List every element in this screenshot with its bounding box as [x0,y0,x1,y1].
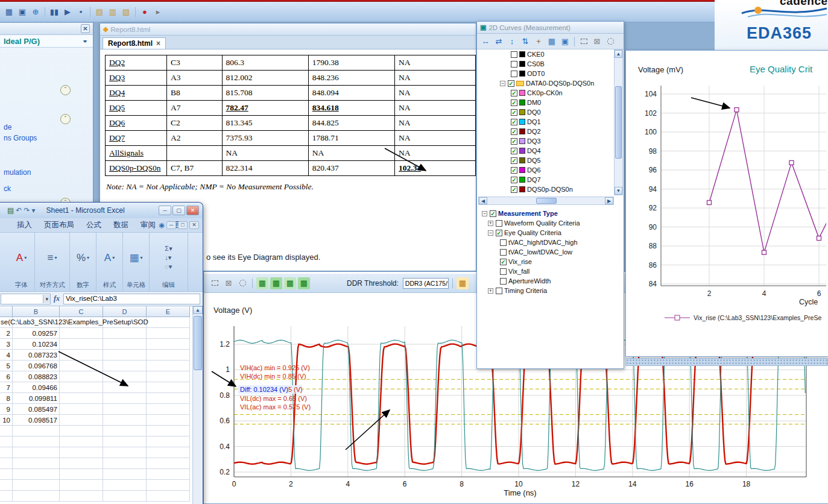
clear-selection-icon[interactable]: ⊠ [591,36,603,48]
report-cell[interactable]: DQS0p-DQS0n [106,161,167,176]
formula-input[interactable]: Vix_rise(C:\Lab3 [63,294,200,304]
cell[interactable]: 0.099811 [13,393,60,404]
cell[interactable] [103,393,147,404]
chevron-down-icon[interactable]: ▾ [54,255,57,260]
sidebar-item[interactable]: mulation [4,168,31,177]
cell[interactable]: 0.09466 [13,382,60,393]
sidebar-item[interactable]: ns Groups [4,134,37,142]
export-icon[interactable]: ▧ [120,6,132,18]
checkbox[interactable] [511,61,517,68]
tree-row-CS0B[interactable]: CS0B [478,59,613,69]
cell[interactable]: 5 [0,361,13,371]
cell[interactable] [13,480,60,491]
curves-titlebar[interactable]: ▣ 2D Curves (Measurement) [477,22,624,34]
checkbox[interactable] [500,239,507,246]
eye-mask-icon-3[interactable]: ▦ [284,277,296,289]
cell[interactable] [147,350,190,361]
checkbox[interactable]: ✓ [511,167,517,174]
checkbox[interactable]: ✓ [511,186,517,193]
cell[interactable] [103,371,147,382]
eye-mask-icon-1[interactable]: ▦ [256,277,268,289]
tree-row-CKE0[interactable]: CKE0 [478,49,613,59]
tree-row-DQ3[interactable]: ✓DQ3 [478,136,613,146]
cell[interactable] [147,480,190,491]
qat-dropdown-icon[interactable]: ▾ [31,206,35,215]
hscroll-thumb[interactable] [536,198,557,204]
cell[interactable] [60,491,103,502]
cell[interactable]: 0.085497 [13,404,60,415]
tree-row-DQ4[interactable]: ✓DQ4 [478,146,613,156]
fit-vertical-icon[interactable]: ↕ [506,36,518,48]
scroll-up-icon[interactable]: ▲ [193,306,203,314]
chevron-down-icon[interactable]: ▾ [87,255,89,260]
cell[interactable] [147,426,190,436]
cell[interactable]: 3 [0,339,13,350]
dock-splitter[interactable] [625,358,828,366]
ribbon-tab-3[interactable]: 公式 [80,218,107,232]
tree-row-DM0[interactable]: ✓DM0 [478,98,613,107]
column-header-B[interactable]: B [13,306,60,317]
tree-row-DQ1[interactable]: ✓DQ1 [478,117,613,127]
cell[interactable] [103,339,147,350]
cell[interactable]: 9 [0,404,13,415]
checkbox[interactable]: ✓ [508,80,514,87]
checkbox[interactable] [500,268,507,275]
record-icon[interactable]: ● [139,6,151,18]
cell[interactable] [60,350,103,361]
pause-icon[interactable]: ▮▮ [48,6,60,18]
cell[interactable] [0,447,13,458]
checkbox[interactable]: ✓ [511,99,517,106]
sidebar-item[interactable]: ck [4,184,11,193]
tree-row-Vix_rise[interactable]: ✓Vix_rise [478,257,623,266]
clear-selection-icon[interactable]: ⊠ [223,277,235,289]
tree-row-Waveform Quality Criteria[interactable]: +Waveform Quality Criteria [478,218,623,228]
cell[interactable] [147,393,190,404]
checkbox[interactable]: ✓ [496,230,502,236]
close-icon[interactable]: ✕ [81,24,90,33]
tree-row-ODT0[interactable]: ODT0 [478,69,613,78]
zoom-region-icon[interactable] [578,36,590,48]
tree-row-DQ7[interactable]: ✓DQ7 [478,175,613,184]
cell[interactable] [13,458,60,469]
cell[interactable]: 0.10234 [13,339,60,350]
signal-tree-vscrollbar[interactable]: ▲ ▼ [614,49,623,195]
ribbon-group-label[interactable]: 单元格 [127,281,146,289]
signal-link[interactable]: DQ7 [109,133,125,142]
cell[interactable] [60,382,103,393]
样式-big-button[interactable]: A▾ [104,235,115,281]
cell[interactable] [60,469,103,480]
pan-vertical-icon[interactable]: ⇅ [519,36,531,48]
tab-close-icon[interactable]: × [156,39,160,48]
signal-link[interactable]: DQ2 [109,58,125,67]
cell[interactable] [0,458,13,469]
vscroll-thumb[interactable] [615,86,622,159]
ddr-grid-icon[interactable]: ▦ [457,277,469,289]
tree-row-CK0p-CK0n[interactable]: ✓CK0p-CK0n [478,88,613,98]
checkbox[interactable] [500,278,507,285]
cell[interactable] [60,361,103,371]
cell[interactable] [60,328,103,339]
editing-button[interactable]: Σ▾ [165,245,172,253]
tree-row-DQS0p-DQS0n[interactable]: ✓DQS0p-DQS0n [478,184,613,194]
tree-row-DQ5[interactable]: ✓DQ5 [478,156,613,165]
play-icon[interactable]: ▶ [62,6,74,18]
expand-icon[interactable]: + [488,288,493,294]
checkbox[interactable]: ✓ [511,148,517,154]
cell[interactable] [147,491,190,502]
tree-row-ApertureWidth[interactable]: ApertureWidth [478,276,623,286]
tree-row-Eye Quality Criteria[interactable]: −✓Eye Quality Criteria [478,228,623,238]
column-header-E[interactable]: E [147,306,190,317]
pan-hand-icon[interactable]: + [533,36,545,48]
checkbox[interactable]: ✓ [511,128,517,135]
close-icon-small[interactable]: ✕ [189,221,199,229]
ribbon-tab-2[interactable]: 页面布局 [38,218,80,232]
ribbon-group-label[interactable]: 编辑 [162,281,175,289]
cell[interactable] [103,350,147,361]
signal-link[interactable]: DQS0p-DQS0n [109,163,161,172]
cell[interactable] [103,469,147,480]
checkbox[interactable] [511,51,517,58]
signal-link[interactable]: DQ5 [109,103,125,112]
help-icon[interactable]: ◉ [159,221,165,229]
tree-row-Timing Criteria[interactable]: +Timing Criteria [478,286,623,295]
column-header-A[interactable]: A [0,306,13,317]
